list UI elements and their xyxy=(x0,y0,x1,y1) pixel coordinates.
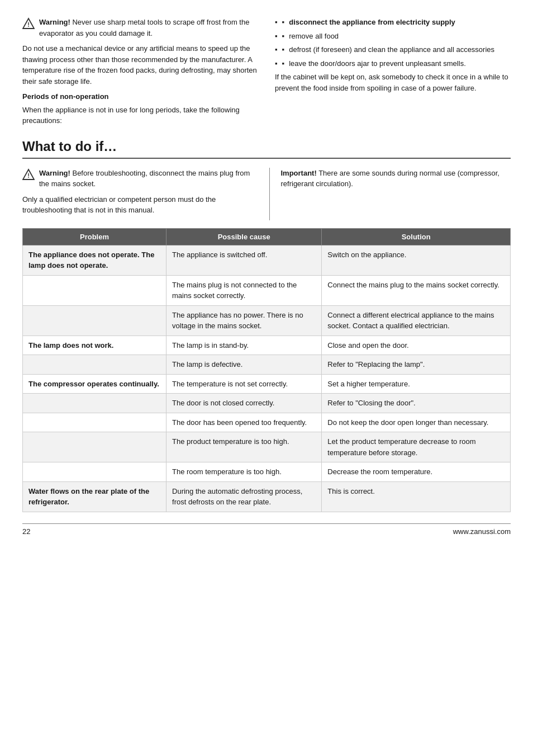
table-cell-problem xyxy=(23,305,166,336)
table-cell-solution: Decrease the room temperature. xyxy=(322,462,511,482)
warning-body-troubleshoot: Before troubleshooting, disconnect the m… xyxy=(39,169,250,188)
table-cell-cause: The lamp is in stand-by. xyxy=(166,336,322,355)
svg-text:!: ! xyxy=(27,172,30,179)
table-row: The door is not closed correctly.Refer t… xyxy=(23,394,511,413)
table-cell-cause: The appliance is switched off. xyxy=(166,245,322,275)
table-row: The lamp is defective.Refer to "Replacin… xyxy=(23,355,511,375)
what-to-do-top: ! Warning! Before troubleshooting, disco… xyxy=(22,168,511,220)
what-to-do-left: ! Warning! Before troubleshooting, disco… xyxy=(22,168,253,220)
table-cell-solution: Connect a different electrical appliance… xyxy=(322,305,511,336)
table-cell-cause: The door has been opened too frequently. xyxy=(166,413,322,432)
table-row: The lamp does not work.The lamp is in st… xyxy=(23,336,511,355)
table-cell-solution: This is correct. xyxy=(322,481,511,512)
table-cell-solution: Let the product temperature decrease to … xyxy=(322,432,511,462)
top-section: ! Warning! Never use sharp metal tools t… xyxy=(22,17,511,131)
warning-text-troubleshoot: Warning! Before troubleshooting, disconn… xyxy=(39,168,253,190)
warning-label-troubleshoot: Warning! xyxy=(39,169,70,177)
table-cell-solution: Refer to "Replacing the lamp". xyxy=(322,355,511,375)
website: www.zanussi.com xyxy=(453,527,511,536)
subsection-non-operation: Periods of non-operation xyxy=(22,91,258,102)
table-cell-solution: Set a higher temperature. xyxy=(322,374,511,394)
warning-text-frost: Warning! Never use sharp metal tools to … xyxy=(39,17,258,39)
section-heading-what-to-do: What to do if… xyxy=(22,139,511,159)
bullet-item-0: ▪disconnect the appliance from electrici… xyxy=(275,17,511,28)
bullet-item-2: ▪defrost (if foreseen) and clean the app… xyxy=(275,44,511,55)
col-problem: Problem xyxy=(23,228,166,245)
table-row: The appliance has no power. There is no … xyxy=(23,305,511,336)
table-cell-solution: Refer to "Closing the door". xyxy=(322,394,511,413)
warning-icon-troubleshoot: ! xyxy=(22,168,35,181)
table-cell-problem xyxy=(23,275,166,305)
para-non-operation: When the appliance is not in use for lon… xyxy=(22,105,258,126)
table-cell-problem: Water flows on the rear plate of the ref… xyxy=(23,481,166,512)
table-row: The door has been opened too frequently.… xyxy=(23,413,511,432)
top-right-content: ▪disconnect the appliance from electrici… xyxy=(275,17,511,131)
table-cell-problem xyxy=(23,394,166,413)
table-header: Problem Possible cause Solution xyxy=(23,228,511,245)
table-cell-cause: The temperature is not set correctly. xyxy=(166,374,322,394)
important-label: Important! xyxy=(281,169,317,177)
table-row: The product temperature is too high.Let … xyxy=(23,432,511,462)
table-cell-solution: Do not keep the door open longer than ne… xyxy=(322,413,511,432)
table-cell-cause: The mains plug is not connected to the m… xyxy=(166,275,322,305)
table-row: The mains plug is not connected to the m… xyxy=(23,275,511,305)
para-thawing: Do not use a mechanical device or any ar… xyxy=(22,43,258,87)
table-cell-problem xyxy=(23,355,166,375)
warning-icon-frost: ! xyxy=(22,17,35,30)
para-qualified: Only a qualified electrician or competen… xyxy=(22,194,253,216)
col-cause: Possible cause xyxy=(166,228,322,245)
table-body: The appliance does not operate. The lamp… xyxy=(23,245,511,512)
table-cell-problem: The appliance does not operate. The lamp… xyxy=(23,245,166,275)
table-row: The appliance does not operate. The lamp… xyxy=(23,245,511,275)
table-cell-problem xyxy=(23,432,166,462)
table-row: The room temperature is too high.Decreas… xyxy=(23,462,511,482)
bullet-list-disconnection: ▪disconnect the appliance from electrici… xyxy=(275,17,511,69)
warning-label-frost: Warning! xyxy=(39,18,70,26)
table-cell-problem xyxy=(23,462,166,482)
table-cell-cause: The lamp is defective. xyxy=(166,355,322,375)
para-cabinet-kept-on: If the cabinet will be kept on, ask some… xyxy=(275,72,511,93)
table-row: Water flows on the rear plate of the ref… xyxy=(23,481,511,512)
table-cell-solution: Switch on the appliance. xyxy=(322,245,511,275)
page-number: 22 xyxy=(22,527,30,536)
svg-text:!: ! xyxy=(27,21,30,28)
table-cell-problem: The compressor operates continually. xyxy=(23,374,166,394)
top-left-content: ! Warning! Never use sharp metal tools t… xyxy=(22,17,258,131)
table-cell-solution: Close and open the door. xyxy=(322,336,511,355)
table-cell-cause: The room temperature is too high. xyxy=(166,462,322,482)
footer: 22 www.zanussi.com xyxy=(22,523,511,536)
table-cell-cause: The appliance has no power. There is no … xyxy=(166,305,322,336)
warning-block-troubleshoot: ! Warning! Before troubleshooting, disco… xyxy=(22,168,253,190)
table-cell-problem: The lamp does not work. xyxy=(23,336,166,355)
table-cell-problem xyxy=(23,413,166,432)
what-to-do-right: Important! There are some sounds during … xyxy=(269,168,511,220)
bullet-item-3: ▪leave the door/doors ajar to prevent un… xyxy=(275,58,511,69)
table-cell-solution: Connect the mains plug to the mains sock… xyxy=(322,275,511,305)
table-row: The compressor operates continually.The … xyxy=(23,374,511,394)
table-cell-cause: During the automatic defrosting process,… xyxy=(166,481,322,512)
important-sounds: Important! There are some sounds during … xyxy=(281,168,511,190)
col-solution: Solution xyxy=(322,228,511,245)
bullet-item-1: ▪remove all food xyxy=(275,31,511,42)
warning-body-frost: Never use sharp metal tools to scrape of… xyxy=(39,18,249,37)
table-cell-cause: The product temperature is too high. xyxy=(166,432,322,462)
troubleshoot-table: Problem Possible cause Solution The appl… xyxy=(22,228,511,512)
warning-block-frost: ! Warning! Never use sharp metal tools t… xyxy=(22,17,258,39)
table-cell-cause: The door is not closed correctly. xyxy=(166,394,322,413)
